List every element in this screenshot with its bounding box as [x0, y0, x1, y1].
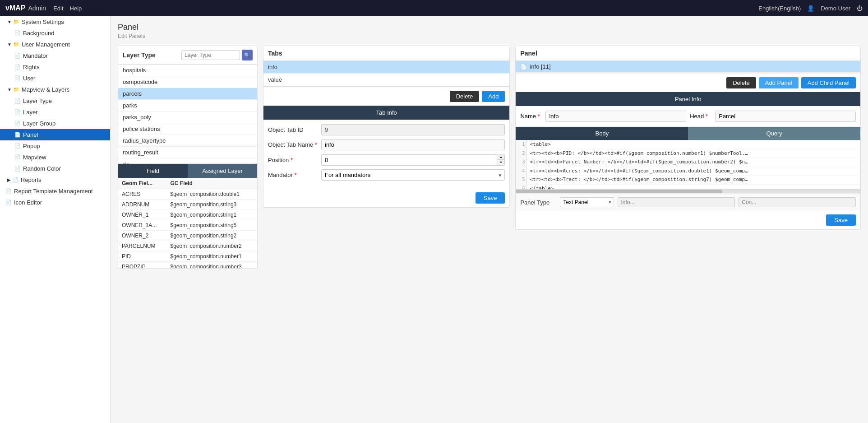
file-icon: 📄: [14, 98, 21, 104]
mandator-label: Mandator *: [268, 172, 318, 178]
save-tab-button[interactable]: Save: [476, 192, 505, 204]
geom-field: PID: [118, 251, 167, 262]
list-item[interactable]: police stations: [118, 123, 257, 135]
table-row[interactable]: OWNER_1A... $geom_composition.string5: [118, 220, 257, 231]
sidebar-item-rights[interactable]: 📄 Rights: [0, 61, 110, 73]
col-header-gc: GC Field: [167, 178, 258, 189]
page-subtitle: Edit Panels: [118, 33, 861, 39]
mandator-select[interactable]: For all mandators: [321, 169, 505, 181]
code-content: <tr><td><b>PID: </b></td><td>#if($geom_c…: [527, 149, 753, 158]
tab-field[interactable]: Field: [118, 164, 188, 178]
power-icon[interactable]: ⏻: [857, 5, 863, 12]
tab-info-section-tabs: Tab Info: [263, 106, 509, 120]
tab-item-info[interactable]: info: [263, 61, 509, 74]
line-number: 5: [516, 176, 527, 184]
panel-head-field: Head *: [690, 111, 856, 122]
sidebar-label-background: Background: [23, 30, 54, 37]
sidebar-item-layer-group[interactable]: 📄 Layer Group: [0, 118, 110, 129]
code-content: <tr><td><b>Parcel Number: </b></td><td>#…: [527, 158, 753, 167]
search-row: 🔍: [181, 50, 253, 60]
table-row[interactable]: ADDRNUM $geom_composition.string3: [118, 200, 257, 210]
table-row[interactable]: OWNER_2 $geom_composition.string2: [118, 231, 257, 241]
sidebar-label-mandator: Mandator: [23, 52, 48, 59]
sidebar-label-random-color: Random Color: [23, 165, 61, 172]
panel-items-list: 📄 info [11]: [516, 61, 860, 73]
list-item[interactable]: rta: [118, 158, 257, 164]
table-row[interactable]: PROPZIP $geom_composition.number3: [118, 262, 257, 269]
list-item-parcels[interactable]: parcels: [118, 88, 257, 100]
file-icon: 📄: [14, 53, 21, 59]
layer-type-search-input[interactable]: [181, 50, 240, 60]
field-content: Geom Fiel... GC Field ACRES $geom_compos…: [118, 178, 257, 268]
sidebar-item-panel[interactable]: 📄 Panel: [0, 129, 110, 140]
panel-action-row: Delete Add Panel Add Child Panel: [516, 73, 860, 92]
sidebar-item-icon-editor[interactable]: 📄 Icon Editor: [0, 197, 110, 208]
table-row[interactable]: OWNER_1 $geom_composition.string1: [118, 210, 257, 220]
folder-icon: 📁: [13, 42, 19, 47]
panels-row: Layer Type 🔍 hospitals osmpostcode parce…: [118, 46, 861, 269]
tab-panel-info[interactable]: Panel Info: [516, 92, 860, 106]
form-row-position: Position * ▲ ▼: [268, 154, 505, 166]
tab-body[interactable]: Body: [516, 127, 688, 140]
add-tab-button[interactable]: Add: [482, 91, 505, 102]
sidebar-item-popup[interactable]: 📄 Popup: [0, 140, 110, 152]
panel-name-input[interactable]: [545, 111, 686, 122]
panel-item-info[interactable]: 📄 info [11]: [516, 61, 860, 73]
add-child-panel-button[interactable]: Add Child Panel: [801, 77, 856, 88]
position-increment-button[interactable]: ▲: [497, 154, 504, 160]
panel-type-label: Panel Type: [520, 199, 556, 206]
object-tab-name-input[interactable]: [321, 139, 505, 150]
delete-panel-button[interactable]: Delete: [726, 77, 756, 88]
list-item[interactable]: osmpostcode: [118, 76, 257, 88]
list-item[interactable]: radius_layertype: [118, 135, 257, 147]
sidebar-label-panel: Panel: [23, 131, 38, 138]
sidebar-item-user[interactable]: 📄 User: [0, 73, 110, 84]
sidebar-item-reports[interactable]: ▶ 📄 Reports: [0, 174, 110, 186]
sidebar-item-user-management[interactable]: ▼ 📁 User Management: [0, 39, 110, 50]
position-input[interactable]: [321, 154, 497, 166]
list-item[interactable]: parks_poly: [118, 112, 257, 123]
panel-head-input[interactable]: [715, 111, 856, 122]
sidebar-item-random-color[interactable]: 📄 Random Color: [0, 163, 110, 174]
horizontal-scrollbar[interactable]: [516, 190, 860, 193]
sidebar-label-layer-group: Layer Group: [23, 120, 55, 127]
table-row[interactable]: PARCELNUM $geom_composition.number2: [118, 241, 257, 251]
sidebar-item-background[interactable]: 📄 Background: [0, 28, 110, 39]
list-item[interactable]: hospitals: [118, 65, 257, 76]
sidebar-item-layer-type[interactable]: 📄 Layer Type: [0, 95, 110, 107]
menu-help[interactable]: Help: [70, 5, 82, 12]
tab-tab-info[interactable]: Tab Info: [263, 106, 509, 120]
panel-type-select[interactable]: Text Panel: [560, 197, 614, 207]
tab-assigned-layer[interactable]: Assigned Layer: [188, 164, 257, 178]
top-navigation: vMAP Admin Edit Help English(English) 👤 …: [0, 0, 868, 16]
sidebar-item-mapview[interactable]: 📄 Mapview: [0, 152, 110, 163]
code-editor[interactable]: 1 <table> 2 <tr><td><b>PID: </b></td><td…: [516, 140, 860, 190]
position-spinners: ▲ ▼: [497, 154, 505, 166]
layer-type-search-button[interactable]: 🔍: [242, 50, 253, 60]
line-number: 6: [516, 185, 527, 190]
brand-vmap: vMAP: [5, 4, 25, 12]
sidebar-item-mandator[interactable]: 📄 Mandator: [0, 50, 110, 61]
menu-edit[interactable]: Edit: [53, 5, 63, 12]
tab-item-value[interactable]: value: [263, 74, 509, 86]
table-row[interactable]: ACRES $geom_composition.double1: [118, 189, 257, 200]
layer-type-title: Layer Type: [123, 51, 156, 59]
delete-tab-button[interactable]: Delete: [450, 91, 480, 102]
add-panel-button[interactable]: Add Panel: [759, 77, 799, 88]
mandator-select-wrapper: For all mandators ▼: [321, 169, 505, 181]
language-selector[interactable]: English(English): [758, 5, 801, 12]
sidebar-item-layer[interactable]: 📄 Layer: [0, 107, 110, 118]
sidebar-item-report-template[interactable]: 📄 Report Template Management: [0, 186, 110, 197]
sidebar-item-mapview-layers[interactable]: ▼ 📁 Mapview & Layers: [0, 84, 110, 95]
geom-field: ACRES: [118, 189, 167, 200]
save-panel-button[interactable]: Save: [826, 214, 856, 226]
folder-icon: 📁: [13, 87, 19, 93]
sidebar: ▼ 📁 System Settings 📄 Background ▼ 📁 Use…: [0, 16, 111, 423]
tab-query[interactable]: Query: [688, 127, 860, 140]
position-decrement-button[interactable]: ▼: [497, 160, 504, 165]
list-item[interactable]: parks: [118, 100, 257, 112]
sidebar-item-system-settings[interactable]: ▼ 📁 System Settings: [0, 16, 110, 28]
table-row[interactable]: PID $geom_composition.number1: [118, 251, 257, 262]
list-item[interactable]: routing_result: [118, 147, 257, 158]
form-row-mandator: Mandator * For all mandators ▼: [268, 169, 505, 181]
